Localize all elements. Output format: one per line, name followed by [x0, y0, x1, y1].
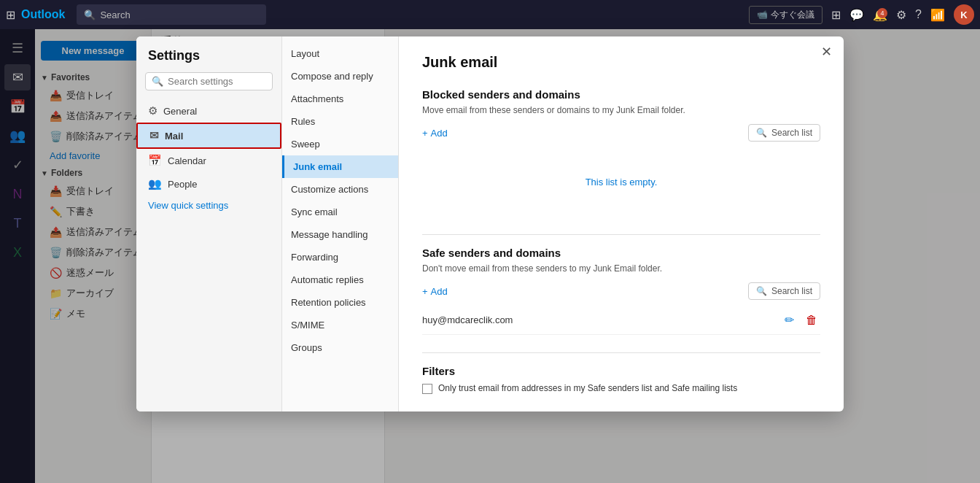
- delete-email-button[interactable]: 🗑: [803, 312, 820, 328]
- safe-search-label: Search list: [771, 286, 812, 296]
- topbar-search-box[interactable]: 🔍 Search: [77, 4, 266, 25]
- meet-now-button[interactable]: 📹 今すぐ会議: [749, 6, 822, 24]
- settings-nav-label-mail: Mail: [165, 131, 183, 142]
- filter-checkbox-label: Only trust email from addresses in my Sa…: [438, 383, 737, 393]
- safe-section: Safe senders and domains Don't move emai…: [422, 247, 820, 335]
- settings-middle-forward[interactable]: Forwarding: [282, 246, 398, 268]
- blocked-search-list-button[interactable]: 🔍 Search list: [748, 124, 820, 142]
- settings-title: Settings: [136, 48, 281, 72]
- settings-middle-attach[interactable]: Attachments: [282, 88, 398, 110]
- topbar: ⊞ Outlook 🔍 Search 📹 今すぐ会議 ⊞ 💬 🔔 4 ⚙ ? 📶…: [0, 0, 980, 29]
- settings-nav-calendar[interactable]: 📅 Calendar: [136, 149, 281, 172]
- settings-middle-groups[interactable]: Groups: [282, 336, 398, 359]
- settings-middle-sweep[interactable]: Sweep: [282, 133, 398, 155]
- settings-middle-smime[interactable]: S/MIME: [282, 314, 398, 336]
- search-icon-settings: 🔍: [152, 76, 163, 87]
- people-icon: 👥: [148, 177, 162, 190]
- settings-nav-label-people: People: [168, 179, 197, 190]
- safe-email-row: huy@mdcareclik.com ✏ 🗑: [422, 306, 820, 335]
- plus-icon-2: +: [422, 286, 428, 297]
- app-logo: Outlook: [21, 8, 65, 21]
- settings-middle-sync[interactable]: Sync email: [282, 201, 398, 223]
- blocked-desc: Move email from these senders or domains…: [422, 105, 820, 115]
- calendar-icon: 📅: [148, 154, 162, 167]
- settings-middle-message[interactable]: Message handling: [282, 223, 398, 246]
- safe-title: Safe senders and domains: [422, 247, 820, 259]
- settings-dialog: Settings 🔍 ⚙ General ✉ Mail 📅 Calendar 👥…: [136, 36, 844, 411]
- signal-icon[interactable]: 📶: [930, 8, 945, 22]
- topbar-right: 📹 今すぐ会議 ⊞ 💬 🔔 4 ⚙ ? 📶 K: [749, 4, 974, 25]
- blocked-section: Blocked senders and domains Move email f…: [422, 88, 820, 217]
- safe-email-address: huy@mdcareclik.com: [422, 314, 782, 325]
- settings-middle-layout[interactable]: Layout: [282, 42, 398, 65]
- general-icon: ⚙: [148, 104, 158, 117]
- settings-nav-people[interactable]: 👥 People: [136, 172, 281, 196]
- settings-overlay: Settings 🔍 ⚙ General ✉ Mail 📅 Calendar 👥…: [0, 29, 980, 483]
- edit-email-button[interactable]: ✏: [782, 312, 797, 328]
- safe-action-row: + Add 🔍 Search list: [422, 282, 820, 300]
- plus-icon: +: [422, 128, 428, 139]
- search-icon: 🔍: [84, 9, 96, 20]
- close-button[interactable]: ✕: [821, 45, 832, 58]
- settings-search-box[interactable]: 🔍: [145, 72, 273, 90]
- settings-content-title: Junk email: [422, 54, 820, 71]
- settings-nav-label-cal: Calendar: [168, 155, 206, 166]
- notification-badge: 4: [877, 8, 887, 18]
- email-row-actions: ✏ 🗑: [782, 312, 820, 328]
- blocked-title: Blocked senders and domains: [422, 88, 820, 101]
- blocked-search-label: Search list: [771, 128, 812, 138]
- settings-middle-nav: Layout Compose and reply Attachments Rul…: [282, 36, 399, 411]
- bell-icon[interactable]: 🔔 4: [873, 8, 887, 22]
- grid2-icon[interactable]: ⊞: [831, 8, 841, 22]
- filter-checkbox[interactable]: [422, 384, 432, 394]
- settings-middle-junk[interactable]: Junk email: [282, 155, 398, 178]
- section-divider-2: [422, 352, 820, 353]
- blocked-empty-message: This list is empty.: [422, 147, 820, 217]
- safe-desc: Don't move email from these senders to m…: [422, 263, 820, 274]
- blocked-action-row: + Add 🔍 Search list: [422, 124, 820, 142]
- filter-checkbox-row: Only trust email from addresses in my Sa…: [422, 383, 820, 394]
- blocked-add-label: Add: [431, 128, 448, 139]
- mail-icon: ✉: [149, 129, 159, 142]
- settings-search-input[interactable]: [168, 76, 282, 87]
- search-list-icon-2: 🔍: [756, 286, 767, 296]
- settings-icon[interactable]: ⚙: [896, 8, 906, 22]
- safe-add-button[interactable]: + Add: [422, 286, 748, 297]
- settings-middle-customize[interactable]: Customize actions: [282, 178, 398, 201]
- grid-icon[interactable]: ⊞: [6, 8, 15, 22]
- safe-search-list-button[interactable]: 🔍 Search list: [748, 282, 820, 300]
- settings-nav-general[interactable]: ⚙ General: [136, 99, 281, 123]
- search-list-icon: 🔍: [756, 128, 767, 138]
- blocked-add-button[interactable]: + Add: [422, 128, 748, 139]
- settings-nav-mail[interactable]: ✉ Mail: [136, 123, 281, 149]
- user-avatar[interactable]: K: [954, 4, 974, 25]
- settings-nav: Settings 🔍 ⚙ General ✉ Mail 📅 Calendar 👥…: [136, 36, 282, 411]
- settings-middle-retention[interactable]: Retention policies: [282, 291, 398, 314]
- settings-middle-auto[interactable]: Automatic replies: [282, 268, 398, 291]
- help-icon[interactable]: ?: [915, 8, 922, 21]
- filters-section: Filters Only trust email from addresses …: [422, 365, 820, 394]
- filters-title: Filters: [422, 365, 820, 377]
- feedback-icon[interactable]: 💬: [849, 8, 864, 22]
- section-divider: [422, 234, 820, 235]
- view-quick-settings[interactable]: View quick settings: [136, 196, 281, 215]
- settings-nav-label: General: [163, 106, 197, 117]
- settings-middle-rules[interactable]: Rules: [282, 110, 398, 133]
- safe-add-label: Add: [431, 286, 448, 297]
- settings-middle-compose[interactable]: Compose and reply: [282, 65, 398, 88]
- settings-content: ✕ Junk email Blocked senders and domains…: [399, 36, 844, 411]
- search-placeholder: Search: [100, 9, 130, 20]
